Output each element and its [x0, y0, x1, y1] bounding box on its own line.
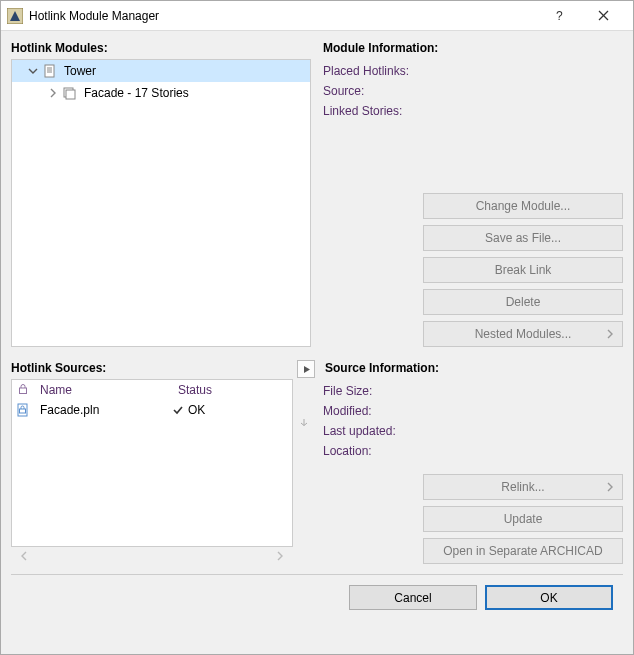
source-name: Facade.pln	[34, 403, 172, 417]
sources-columns: Name Status	[12, 380, 292, 400]
column-name[interactable]: Name	[34, 383, 172, 397]
lock-column-icon	[12, 383, 34, 398]
tree-item-label: Facade - 17 Stories	[84, 86, 189, 100]
info-linked-stories: Linked Stories:	[323, 101, 623, 121]
column-status[interactable]: Status	[172, 383, 292, 397]
svg-text:?: ?	[556, 9, 563, 23]
tree-item-facade[interactable]: Facade - 17 Stories	[12, 82, 310, 104]
dialog-window: Hotlink Module Manager ? Hotlink Modules…	[0, 0, 634, 655]
sources-section-label: Hotlink Sources:	[11, 359, 106, 379]
update-button[interactable]: Update	[423, 506, 623, 532]
svg-rect-4	[45, 65, 54, 77]
help-button[interactable]: ?	[537, 2, 581, 30]
info-lastupdated: Last updated:	[323, 421, 623, 441]
source-row[interactable]: Facade.pln OK	[12, 400, 292, 420]
info-modified: Modified:	[323, 401, 623, 421]
info-filesize: File Size:	[323, 381, 623, 401]
update-arrow-icon	[297, 379, 311, 564]
horizontal-scroll[interactable]	[11, 547, 293, 564]
footer: Cancel OK	[11, 574, 623, 622]
nested-modules-button[interactable]: Nested Modules...	[423, 321, 623, 347]
ok-button[interactable]: OK	[485, 585, 613, 610]
scroll-left-icon[interactable]	[19, 550, 29, 564]
save-as-file-button[interactable]: Save as File...	[423, 225, 623, 251]
module-info-section-label: Module Information:	[323, 39, 623, 59]
info-placed-hotlinks: Placed Hotlinks:	[323, 61, 623, 81]
info-source: Source:	[323, 81, 623, 101]
source-info-section-label: Source Information:	[325, 359, 439, 379]
modules-tree[interactable]: Tower Facade - 17 Stories	[11, 59, 311, 347]
chevron-down-icon[interactable]	[26, 64, 40, 78]
svg-rect-10	[20, 388, 27, 394]
chevron-right-icon	[606, 327, 614, 344]
close-button[interactable]	[581, 2, 625, 30]
delete-button[interactable]: Delete	[423, 289, 623, 315]
tree-item-tower[interactable]: Tower	[12, 60, 310, 82]
cancel-button[interactable]: Cancel	[349, 585, 477, 610]
chevron-right-icon[interactable]	[46, 86, 60, 100]
window-title: Hotlink Module Manager	[29, 9, 537, 23]
titlebar: Hotlink Module Manager ?	[1, 1, 633, 31]
modules-section-label: Hotlink Modules:	[11, 39, 311, 59]
relink-button[interactable]: Relink...	[423, 474, 623, 500]
check-icon	[172, 404, 184, 416]
module-info-group: Placed Hotlinks: Source: Linked Stories:	[323, 59, 623, 123]
stack-icon	[62, 85, 78, 101]
chevron-right-icon	[606, 480, 614, 497]
source-info-group: File Size: Modified: Last updated: Locat…	[323, 379, 623, 463]
info-location: Location:	[323, 441, 623, 461]
scroll-right-icon[interactable]	[275, 550, 285, 564]
svg-rect-9	[66, 90, 75, 99]
sources-table[interactable]: Name Status	[11, 379, 293, 547]
doc-icon	[42, 63, 58, 79]
file-icon	[12, 403, 34, 417]
tree-item-label: Tower	[64, 64, 96, 78]
change-module-button[interactable]: Change Module...	[423, 193, 623, 219]
source-status: OK	[172, 403, 292, 417]
play-button[interactable]	[297, 360, 315, 378]
break-link-button[interactable]: Break Link	[423, 257, 623, 283]
app-icon	[7, 8, 23, 24]
open-in-archicad-button[interactable]: Open in Separate ARCHICAD	[423, 538, 623, 564]
